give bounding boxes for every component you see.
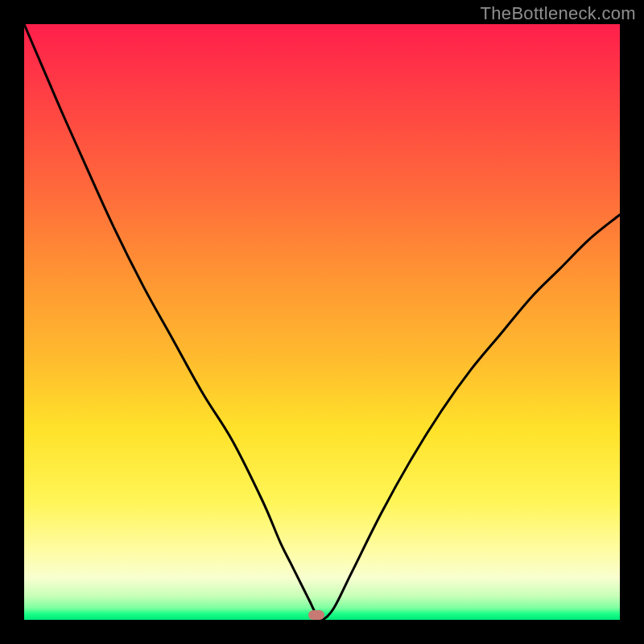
chart-frame: TheBottleneck.com [0, 0, 644, 644]
curve-svg [24, 24, 620, 620]
optimum-marker [308, 610, 324, 620]
watermark-text: TheBottleneck.com [481, 3, 636, 24]
plot-area [24, 24, 620, 620]
bottleneck-curve [24, 24, 620, 620]
